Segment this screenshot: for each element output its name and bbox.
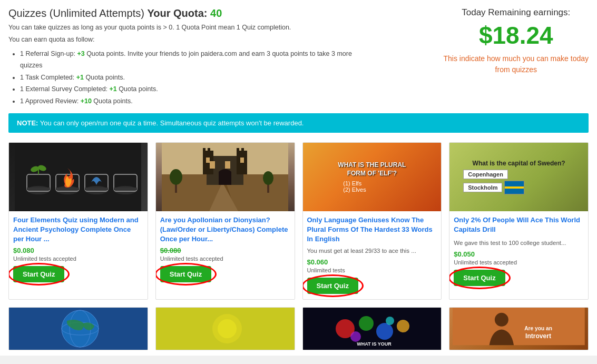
capital-question: What is the capital of Sweden? [453,160,585,168]
earnings-title: Today Remaining earnings: [444,7,589,18]
svg-point-45 [376,323,393,340]
svg-point-48 [386,317,394,325]
svg-text:WHAT IS YOUR: WHAT IS YOUR [357,341,392,347]
capital-options: Copenhagen Stockholm [463,170,585,194]
plural-image: WHAT IS THE PLURALFORM OF 'ELF'? (1) Elf… [303,143,442,211]
quiz-card-img-3: WHAT IS THE PLURALFORM OF 'ELF'? (1) Elf… [303,143,442,211]
introvert-image: Are you an Introvert [449,308,588,350]
svg-rect-30 [219,172,231,185]
earnings-note: This indicate how much you can make toda… [444,53,589,75]
quiz-card-2: Are you Apollonian or Dionysian? (Law/Or… [155,142,295,300]
quiz-card-body-4: Only 2% Of People Will Ace This World Ca… [449,211,588,291]
quiz-card-img-4: What is the capital of Sweden? Copenhage… [449,143,588,211]
quota-title: Quizzes (Unlimited Attempts) Your Quota:… [8,7,367,19]
svg-text:Are you an: Are you an [524,326,552,331]
quiz-btn-wrapper-1: Start Quiz [13,266,64,282]
svg-rect-15 [114,188,137,190]
quota-desc-2: You can earn quota as follow: [8,35,367,45]
option-stockholm: Stockholm [463,183,502,192]
quiz-btn-wrapper-2: Start Quiz [160,266,211,282]
quiz-card-title-2: Are you Apollonian or Dionysian? (Law/Or… [160,215,290,244]
castle-svg [162,143,288,211]
svg-rect-3 [27,188,50,190]
quiz-card-1: Four Elements Quiz using Modern and Anci… [8,142,148,300]
start-quiz-btn-2[interactable]: Start Quiz [160,266,211,282]
svg-rect-9 [56,188,79,190]
plural-text: WHAT IS THE PLURALFORM OF 'ELF'? [338,161,406,178]
quota-title-text: Quizzes (Unlimited Attempts) [8,7,144,19]
quiz-card-desc-3: You must get at least 29/33 to ace this … [307,247,437,255]
plural-content: WHAT IS THE PLURALFORM OF 'ELF'? (1) Elf… [336,159,408,194]
quiz-card-4: What is the capital of Sweden? Copenhage… [449,142,589,300]
quota-list-item: 1 Approved Review: +10 Quota points. [20,95,367,107]
quiz-card-5 [8,307,148,350]
quiz-card-8: Are you an Introvert [449,307,589,350]
quiz-card-3: WHAT IS THE PLURALFORM OF 'ELF'? (1) Elf… [302,142,442,300]
earnings-amount: $18.24 [444,22,589,49]
svg-point-51 [495,313,508,327]
quota-list-item: 1 External Survey Completed: +1 Quota po… [20,83,367,95]
svg-rect-22 [203,148,205,152]
svg-point-32 [170,169,182,185]
plural-options: (1) Elfs(2) Elves [338,180,406,193]
quiz-price-2: $0.080 [160,247,181,254]
elements-svg [15,143,141,211]
yellow-green-image [156,308,295,350]
quota-list-item: 1 Referral Sign-up: +3 Quota points. Inv… [20,48,367,72]
quiz-card-body-2: Are you Apollonian or Dionysian? (Law/Or… [156,211,295,288]
quiz-price-wrapper-2: $0.080 [160,247,181,255]
quiz-card-body-1: Four Elements Quiz using Modern and Anci… [9,211,148,288]
introvert-svg: Are you an Introvert [453,308,585,347]
quiz-grid-row2: WHAT IS YOUR Are you an Introvert [8,307,589,350]
quiz-card-7: WHAT IS YOUR [302,307,442,350]
quota-section: Quizzes (Unlimited Attempts) Your Quota:… [8,7,367,107]
svg-point-47 [350,331,361,342]
quiz-price-3: $0.060 [307,258,437,266]
quota-label: Your Quota: [147,7,207,19]
quiz-card-img-6 [156,308,295,350]
quiz-card-desc-4: We gave this test to 100 college student… [454,239,584,247]
tech-svg: WHAT IS YOUR [303,308,442,350]
sweden-flag [504,181,524,194]
yellow-green-svg [156,308,295,350]
page-wrapper: Quizzes (Unlimited Attempts) Your Quota:… [0,0,597,356]
castle-image [156,143,295,211]
note-label: NOTE: [17,119,38,127]
capital-content: What is the capital of Sweden? Copenhage… [453,160,585,195]
svg-rect-24 [237,148,239,152]
svg-point-46 [397,320,409,332]
start-quiz-btn-1[interactable]: Start Quiz [13,266,64,282]
svg-rect-28 [206,158,210,163]
svg-rect-27 [225,161,230,169]
elements-image [9,143,148,211]
earth-svg [9,308,148,350]
svg-text:Introvert: Introvert [525,332,551,340]
quiz-grid: Four Elements Quiz using Modern and Anci… [8,142,589,300]
option-stockholm-row: Stockholm [463,181,524,194]
svg-rect-0 [15,143,141,211]
tech-image: WHAT IS YOUR [303,308,442,350]
note-bar: NOTE: You can only open/run one quiz a t… [8,113,589,133]
svg-rect-50 [453,308,585,345]
svg-point-34 [263,171,273,185]
quiz-card-6 [155,307,295,350]
start-quiz-btn-3[interactable]: Start Quiz [307,278,358,294]
svg-rect-12 [85,188,108,190]
quota-list-item: 1 Task Completed: +1 Quota points. [20,72,367,84]
svg-rect-26 [210,161,215,169]
capital-image: What is the capital of Sweden? Copenhage… [449,143,588,211]
quiz-note-1: Unlimited tests accepted [13,255,143,262]
top-section: Quizzes (Unlimited Attempts) Your Quota:… [8,7,589,107]
quiz-note-4: Unlimited tests accepted [454,259,584,265]
start-quiz-btn-4[interactable]: Start Quiz [454,270,505,286]
svg-rect-29 [240,158,244,163]
quiz-btn-wrapper-4: Start Quiz [454,270,505,286]
quiz-card-body-3: Only Language Geniuses Know The Plural F… [303,211,442,299]
quiz-card-img-7: WHAT IS YOUR [303,308,442,350]
quiz-card-img-2 [156,143,295,211]
quota-value: 40 [210,7,222,19]
quiz-card-img-1 [9,143,148,211]
option-copenhagen: Copenhagen [463,170,508,179]
quota-desc-1: You can take quizzes as long as your quo… [8,23,367,33]
svg-rect-23 [208,148,210,152]
